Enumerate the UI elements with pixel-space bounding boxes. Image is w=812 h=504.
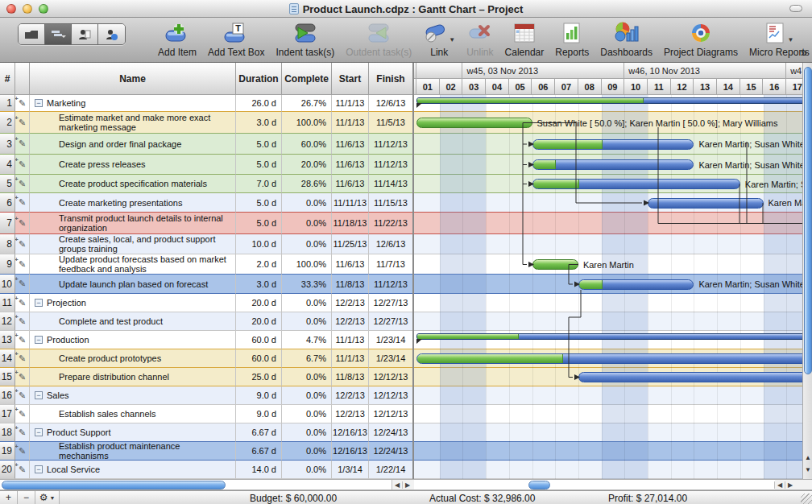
task-duration: 9.0 d — [236, 405, 282, 423]
task-finish: 12/24/13 — [369, 423, 412, 442]
task-row-15[interactable]: 15✎Prepare distribution channel25.0 d0.0… — [0, 368, 412, 386]
reports-label: Reports — [555, 47, 589, 58]
project-diagrams-button[interactable]: Project Diagrams — [664, 18, 738, 58]
vertical-scrollbar-thumb[interactable] — [804, 67, 812, 374]
row-number: 5 — [0, 175, 15, 193]
task-edit-icon[interactable]: ✎ — [15, 442, 30, 461]
task-finish: 12/27/13 — [369, 294, 412, 312]
task-row-11[interactable]: 11✎−Projection20.0 d0.0%12/2/1312/27/13 — [0, 294, 412, 312]
task-row-19[interactable]: 19✎Establish product maintenance mechani… — [0, 442, 412, 461]
add-task-button[interactable]: + — [0, 491, 18, 504]
gantt-hscrollbar-thumb[interactable] — [528, 481, 550, 490]
toolbar-overflow-chevron[interactable]: » — [801, 45, 807, 59]
collapse-toggle-icon[interactable]: − — [35, 428, 43, 436]
task-edit-icon[interactable]: ✎ — [15, 405, 30, 423]
view-assignments-button[interactable] — [98, 24, 125, 44]
calendar-button[interactable]: Calendar — [505, 18, 545, 58]
view-outline-button[interactable] — [19, 24, 45, 44]
task-row-20[interactable]: 20✎−Local Service14.0 d0.0%1/3/141/22/14 — [0, 461, 412, 479]
remove-task-button[interactable]: − — [18, 491, 35, 504]
task-row-18[interactable]: 18✎−Product Support6.67 d0.0%12/16/1312/… — [0, 423, 412, 442]
task-finish: 12/12/13 — [369, 405, 412, 423]
task-edit-icon[interactable]: ✎ — [15, 294, 30, 312]
table-hscrollbar[interactable] — [0, 480, 392, 490]
task-row-1[interactable]: 1✎−Marketing26.0 d26.7%11/1/1312/6/13 — [0, 95, 412, 112]
add-item-button[interactable]: Add Item — [158, 18, 197, 58]
collapse-toggle-icon[interactable]: − — [35, 336, 43, 344]
column-header-finish[interactable]: Finish — [369, 63, 412, 95]
task-row-17[interactable]: 17✎Establish sales channels9.0 d0.0%12/2… — [0, 405, 412, 423]
dashboards-button[interactable]: Dashboards — [600, 18, 652, 58]
title-bar: Product Launch.cdpz : Gantt Chart – Proj… — [0, 0, 812, 18]
task-row-2[interactable]: 2✎Estimate market and make more exact ma… — [0, 112, 412, 134]
actual-cost-value: Actual Cost: $ 32,986.00 — [429, 493, 535, 504]
column-header-start[interactable]: Start — [332, 63, 369, 95]
task-row-8[interactable]: 8✎Create sales, local, and product suppo… — [0, 234, 412, 254]
add-text-box-button[interactable]: TAdd Text Box — [208, 18, 265, 58]
scroll-right-arrow-icon[interactable]: ▶ — [402, 481, 412, 489]
table-body: 1✎−Marketing26.0 d26.7%11/1/1312/6/132✎E… — [0, 95, 412, 479]
view-resource-button[interactable] — [72, 24, 98, 44]
task-edit-icon[interactable]: ✎ — [15, 386, 30, 405]
vertical-scrollbar[interactable]: ▲ ▼ — [802, 63, 812, 479]
collapse-toggle-icon[interactable]: − — [35, 391, 43, 399]
scroll-left-arrow-icon[interactable]: ◀ — [392, 481, 402, 489]
task-edit-icon[interactable]: ✎ — [15, 349, 30, 368]
task-row-3[interactable]: 3✎Design and order final package5.0 d60.… — [0, 134, 412, 155]
task-complete: 33.3% — [282, 275, 332, 294]
task-edit-icon[interactable]: ✎ — [15, 234, 30, 254]
task-edit-icon[interactable]: ✎ — [15, 368, 30, 386]
collapse-toggle-icon[interactable]: − — [35, 299, 43, 307]
task-row-5[interactable]: 5✎Create product specification materials… — [0, 175, 412, 193]
task-finish: 12/24/13 — [369, 442, 412, 461]
task-duration: 10.0 d — [236, 234, 282, 254]
task-edit-icon[interactable]: ✎ — [15, 95, 30, 112]
resize-grip[interactable] — [801, 494, 812, 504]
task-row-6[interactable]: 6✎Create marketing presentations5.0 d0.0… — [0, 193, 412, 213]
table-hscrollbar-thumb[interactable] — [2, 481, 226, 490]
task-row-16[interactable]: 16✎−Sales9.0 d0.0%12/2/1312/12/13 — [0, 386, 412, 405]
reports-button[interactable]: Reports — [555, 18, 589, 58]
toolbar-toggle-button[interactable] — [789, 5, 802, 12]
gear-menu-button[interactable]: ⚙▼ — [35, 491, 60, 504]
task-edit-icon[interactable]: ✎ — [15, 213, 30, 234]
task-row-9[interactable]: 9✎Update product forecasts based on mark… — [0, 254, 412, 275]
task-edit-icon[interactable]: ✎ — [15, 461, 30, 479]
task-edit-icon[interactable]: ✎ — [15, 275, 30, 294]
task-row-12[interactable]: 12✎Complete and test product20.0 d0.0%12… — [0, 312, 412, 331]
task-edit-icon[interactable]: ✎ — [15, 254, 30, 275]
task-edit-icon[interactable]: ✎ — [15, 423, 30, 442]
task-row-13[interactable]: 13✎−Production60.0 d4.7%11/1/131/23/14 — [0, 331, 412, 349]
calendar-icon — [513, 21, 536, 45]
scroll-left-arrow-icon[interactable]: ◀ — [774, 481, 785, 489]
task-row-14[interactable]: 14✎Create product prototypes60.0 d6.7%11… — [0, 349, 412, 368]
task-edit-icon[interactable]: ✎ — [15, 155, 30, 175]
task-edit-icon[interactable]: ✎ — [15, 112, 30, 134]
pencil-plus-icon: ✎ — [19, 316, 26, 327]
task-row-4[interactable]: 4✎Create press releases5.0 d20.0%11/6/13… — [0, 155, 412, 175]
indent-tasks-button[interactable]: Indent task(s) — [276, 18, 335, 58]
task-edit-icon[interactable]: ✎ — [15, 175, 30, 193]
scroll-up-arrow-icon[interactable]: ▲ — [803, 452, 812, 463]
view-gantt-button[interactable] — [45, 24, 72, 44]
column-header-complete[interactable]: Complete — [282, 63, 332, 95]
task-edit-icon[interactable]: ✎ — [15, 331, 30, 349]
link-button[interactable]: ▼Link — [423, 18, 455, 58]
pencil-plus-icon: ✎ — [19, 353, 26, 364]
column-header-num[interactable]: # — [0, 63, 15, 95]
collapse-toggle-icon[interactable]: − — [35, 99, 43, 107]
task-edit-icon[interactable]: ✎ — [15, 193, 30, 213]
gantt-hscrollbar[interactable] — [414, 480, 775, 490]
scroll-down-arrow-icon[interactable]: ▼ — [803, 464, 812, 475]
task-row-10[interactable]: 10✎Update launch plan based on forecast3… — [0, 275, 412, 294]
scroll-right-arrow-icon[interactable]: ▶ — [785, 481, 795, 489]
column-header-icon[interactable] — [15, 63, 30, 95]
gantt-week-header: w45, 03 Nov 2013w46, 10 Nov 2013w47 — [414, 63, 812, 79]
column-header-name[interactable]: Name — [30, 63, 236, 95]
task-row-7[interactable]: 7✎Transmit product launch details to int… — [0, 213, 412, 234]
collapse-toggle-icon[interactable]: − — [35, 465, 43, 473]
task-edit-icon[interactable]: ✎ — [15, 312, 30, 331]
column-header-duration[interactable]: Duration — [236, 63, 282, 95]
task-complete: 0.0% — [282, 461, 332, 479]
task-edit-icon[interactable]: ✎ — [15, 134, 30, 155]
